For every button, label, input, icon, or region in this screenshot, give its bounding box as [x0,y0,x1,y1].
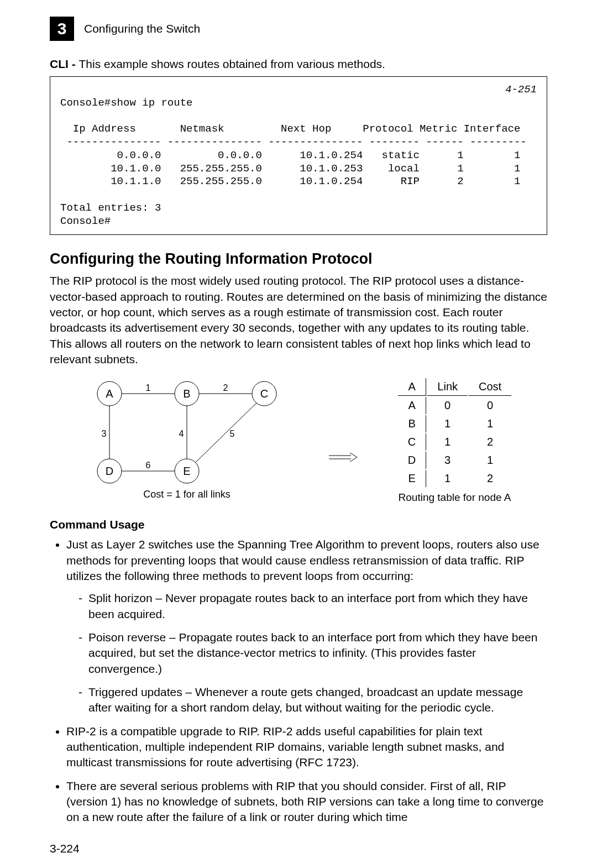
rt-cell: 0 [427,397,468,414]
list-item: RIP-2 is a compatible upgrade to RIP. RI… [66,724,547,771]
routing-table: A Link Cost A00 B11 C12 D31 E12 [397,377,512,488]
chapter-title: Configuring the Switch [84,22,200,35]
node-c: C [260,388,268,400]
terminal-output: 4-251Console#show ip route Ip Address Ne… [50,76,547,235]
list-item: Just as Layer 2 switches use the Spannin… [66,537,547,715]
rt-cell: 2 [469,433,511,451]
terminal-command: Console#show ip route [60,97,192,109]
command-usage-heading: Command Usage [50,518,547,531]
terminal-footer: Console# [60,215,111,227]
rt-cell: 0 [469,397,511,414]
edge-label: 1 [145,383,150,393]
arrow-icon [328,452,358,463]
rt-cell: D [398,452,426,469]
list-item: There are several serious problems with … [66,778,547,825]
rt-cell: 1 [427,470,468,487]
terminal-row: 0.0.0.0 0.0.0.0 10.1.0.254 static 1 1 [60,149,520,161]
sub-list-item: Split horizon – Never propagate routes b… [78,590,547,622]
rt-cell: 1 [427,433,468,451]
rt-cell: B [398,415,426,432]
edge-label: 3 [101,429,106,438]
routing-table-block: A Link Cost A00 B11 C12 D31 E12 Routing … [397,377,512,504]
section-title: Configuring the Routing Information Prot… [50,250,547,268]
rt-header: Link [427,378,468,396]
sub-list: Split horizon – Never propagate routes b… [66,590,547,715]
terminal-footer: Total entries: 3 [60,202,161,214]
cli-text: This example shows routes obtained from … [79,57,385,70]
bullet-list: Just as Layer 2 switches use the Spannin… [50,537,547,825]
rip-diagram: A B C D E 1 2 3 4 5 6 Cost = 1 for all l… [50,377,547,504]
rt-cell: 1 [469,415,511,432]
edge-label: 2 [223,383,228,393]
rt-cell: A [398,397,426,414]
node-e: E [183,465,190,477]
cli-intro: CLI - This example shows routes obtained… [50,57,547,71]
rt-cell: 3 [427,452,468,469]
terminal-row: 10.1.1.0 255.255.255.0 10.1.0.254 RIP 2 … [60,175,520,187]
table-caption: Routing table for node A [397,491,512,504]
chapter-number-badge: 3 [50,17,74,41]
edge-label: 5 [229,429,234,438]
graph-caption: Cost = 1 for all links [143,489,231,500]
terminal-row: 10.1.0.0 255.255.255.0 10.1.0.253 local … [60,163,520,175]
rt-cell: 2 [469,470,511,487]
sub-list-item: Triggered updates – Whenever a route get… [78,684,547,716]
section-paragraph: The RIP protocol is the most widely used… [50,273,547,367]
terminal-columns: Ip Address Netmask Next Hop Protocol Met… [60,123,520,135]
page-header: 3 Configuring the Switch [50,17,547,41]
sub-list-item: Poison reverse – Propagate routes back t… [78,630,547,677]
edge-label: 6 [145,461,150,470]
svg-line-4 [194,401,259,464]
edge-label: 4 [179,429,184,438]
rt-cell: 1 [427,415,468,432]
list-item-text: Just as Layer 2 switches use the Spannin… [66,538,540,582]
rt-header: A [398,378,426,396]
network-graph: A B C D E 1 2 3 4 5 6 Cost = 1 for all l… [85,377,289,501]
terminal-separator: --------------- --------------- --------… [60,136,527,148]
page-number: 3-224 [50,842,547,855]
node-b: B [183,388,190,400]
node-d: D [106,465,113,477]
rt-cell: E [398,470,426,487]
terminal-page-ref: 4-251 [505,83,537,97]
rt-cell: C [398,433,426,451]
rt-header: Cost [469,378,511,396]
node-a: A [106,388,113,400]
rt-cell: 1 [469,452,511,469]
cli-label: CLI - [50,57,79,70]
